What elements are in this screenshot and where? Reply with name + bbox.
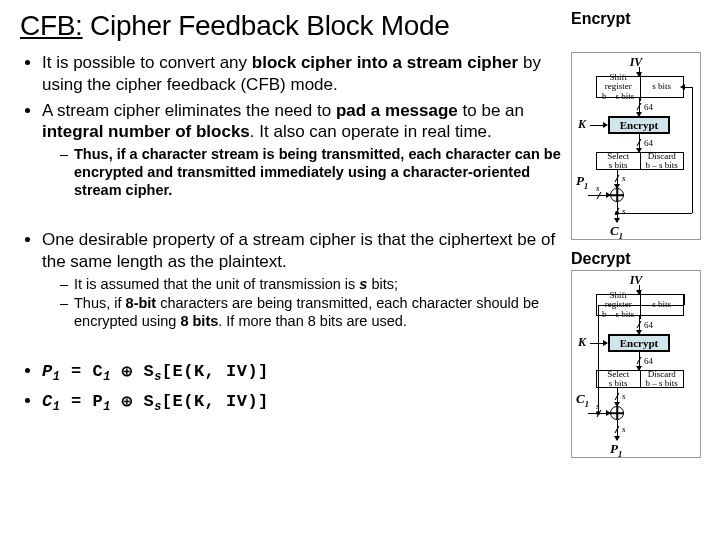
title-rest: Cipher Feedback Block Mode <box>83 10 450 41</box>
c1-label: C1 <box>610 223 623 241</box>
encrypt-diagram: IV Shift registerb – s bits s bits 64 K … <box>571 52 701 240</box>
decrypt-diagram: IV Shift registerb – s bits s bits 64 K … <box>571 270 701 458</box>
slide-title: CFB: Cipher Feedback Block Mode <box>20 10 563 42</box>
bullet-list: It is possible to convert any block ciph… <box>20 52 563 199</box>
c1-label-2: C1 <box>576 391 589 409</box>
xor-node-2 <box>610 406 624 420</box>
xor-icon: ⊕ <box>122 362 133 382</box>
p1-label-2: P1 <box>610 441 622 459</box>
title-prefix: CFB: <box>20 10 83 41</box>
formula-1: P1 = C1 ⊕ Ss[E(K, IV)] <box>42 360 563 386</box>
xor-node <box>610 188 624 202</box>
bullet-2: A stream cipher eliminates the need to p… <box>42 100 563 200</box>
encrypt-box: Encrypt <box>608 116 670 134</box>
xor-icon: ⊕ <box>122 392 133 412</box>
bullet-list-2: One desirable property of a stream ciphe… <box>20 229 563 330</box>
decrypt-label: Decrypt <box>571 250 706 268</box>
sub-bullet-1: Thus, if a character stream is being tra… <box>60 145 563 199</box>
bullet-3: One desirable property of a stream ciphe… <box>42 229 563 330</box>
sub-bullet-2: It is assumed that the unit of transmiss… <box>60 275 563 293</box>
p1-label: P1 <box>576 173 588 191</box>
formula-2: C1 = P1 ⊕ Ss[E(K, IV)] <box>42 390 563 416</box>
encrypt-label: Encrypt <box>571 10 706 28</box>
iv-label: IV <box>630 273 643 288</box>
iv-label: IV <box>630 55 643 70</box>
sub-bullet-3: Thus, if 8-bit characters are being tran… <box>60 294 563 330</box>
encrypt-box-2: Encrypt <box>608 334 670 352</box>
formula-list: P1 = C1 ⊕ Ss[E(K, IV)] C1 = P1 ⊕ Ss[E(K,… <box>20 360 563 415</box>
bullet-1: It is possible to convert any block ciph… <box>42 52 563 96</box>
